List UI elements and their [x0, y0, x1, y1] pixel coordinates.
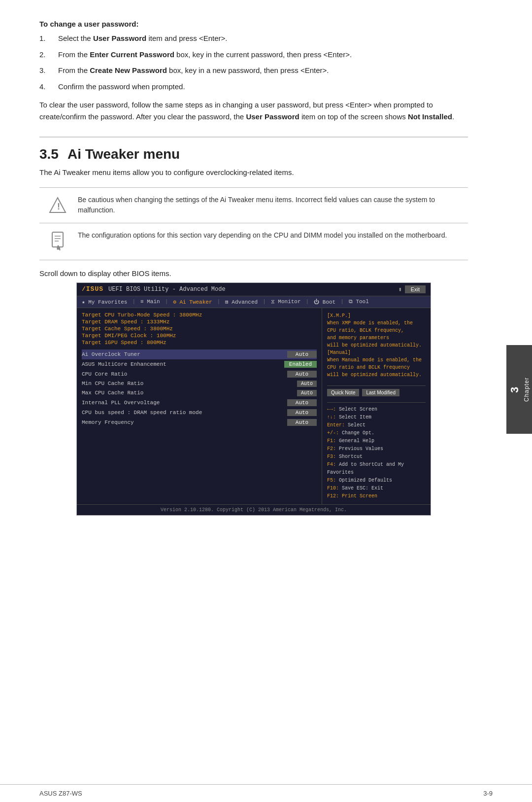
chapter-tab: 3 Chapter [506, 345, 532, 434]
step-4-num: 4. [39, 81, 58, 93]
password-change-heading: To change a user password: [39, 20, 468, 28]
bios-nav: ★ My Favorites | ≡ Main | ⚙ Ai Tweaker |… [77, 296, 431, 308]
nav-sep-5: | [306, 299, 309, 305]
password-steps-list: 1. Select the User Password item and pre… [39, 33, 468, 92]
clear-password-para: To clear the user password, follow the s… [39, 99, 468, 123]
max-cpu-cache-label: Max CPU Cache Ratio [82, 390, 143, 396]
note-notice-text: The configuration options for this secti… [78, 230, 447, 241]
ai-overclock-value: Auto [287, 351, 317, 358]
bios-body: Target CPU Turbo-Mode Speed : 3800MHz Ta… [77, 308, 431, 504]
nav-boot[interactable]: ⏻ Boot [312, 298, 337, 306]
bios-screenshot: /ISUS UEFI BIOS Utility - Advanced Mode … [76, 282, 431, 516]
nav-sep-2: | [165, 299, 168, 305]
bios-right-panel: [X.M.P.] When XMP mode is enabled, the C… [322, 308, 431, 504]
nav-monitor[interactable]: ⧖ Monitor [269, 298, 303, 305]
xmp-desc-4: will be optimized automatically. [327, 342, 426, 349]
nav-tool[interactable]: ⧉ Tool [347, 298, 371, 305]
note-notice: The configuration options for this secti… [39, 223, 468, 260]
menu-item-ai-overclock[interactable]: Ai Overclock Tuner Auto [82, 349, 317, 359]
bios-footer: Version 2.10.1280. Copyright (C) 2013 Am… [77, 504, 431, 515]
shortcut-f4: F4: Add to ShortCut and My Favorites [327, 461, 426, 477]
svg-text:!: ! [57, 202, 60, 211]
shortcut-updown: ↑↓: Select Item [327, 414, 426, 421]
section-divider [39, 137, 468, 138]
bios-target-rows: Target CPU Turbo-Mode Speed : 3800MHz Ta… [82, 312, 317, 346]
nav-sep-6: | [340, 299, 344, 305]
menu-item-bus-dram-ratio[interactable]: CPU bus speed : DRAM speed ratio mode Au… [82, 408, 317, 418]
nav-sep-3: | [217, 299, 221, 305]
bios-left-panel: Target CPU Turbo-Mode Speed : 3800MHz Ta… [77, 308, 322, 504]
bios-header: /ISUS UEFI BIOS Utility - Advanced Mode … [77, 283, 431, 296]
pll-overvoltage-label: Internal PLL Overvoltage [82, 400, 160, 406]
bios-right-info: [X.M.P.] When XMP mode is enabled, the C… [327, 312, 426, 379]
manual-label: [Manual] [327, 349, 426, 356]
nav-ai-tweaker[interactable]: ⚙ Ai Tweaker [171, 298, 214, 306]
target-row-1: Target CPU Turbo-Mode Speed : 3800MHz [82, 312, 317, 318]
min-cpu-cache-label: Min CPU Cache Ratio [82, 381, 143, 386]
menu-item-memory-freq[interactable]: Memory Frequency Auto [82, 418, 317, 427]
step-4: 4. Confirm the password when prompted. [39, 81, 468, 93]
menu-item-cpu-core-ratio[interactable]: CPU Core Ratio Auto [82, 369, 317, 379]
svg-rect-2 [52, 232, 63, 247]
step-3: 3. From the Create New Password box, key… [39, 65, 468, 76]
target-row-2: Target DRAM Speed : 1333MHz [82, 319, 317, 325]
bus-dram-ratio-label: CPU bus speed : DRAM speed ratio mode [82, 410, 202, 416]
bios-exit-button[interactable]: Exit [405, 285, 426, 293]
min-cpu-cache-value: Auto [297, 381, 317, 387]
xmp-desc-1: When XMP mode is enabled, the [327, 319, 426, 327]
bios-logo: /ISUS [82, 285, 103, 293]
bios-shortcuts: ←→: Select Screen ↑↓: Select Item Enter:… [327, 406, 426, 500]
note-icon [44, 231, 71, 253]
page-footer: ASUS Z87-WS 3-9 [0, 784, 532, 802]
step-3-num: 3. [39, 65, 58, 76]
section-intro: The Ai Tweaker menu items allow you to c… [39, 167, 468, 178]
menu-item-min-cpu-cache[interactable]: Min CPU Cache Ratio Auto [82, 379, 317, 388]
section-number: 3.5 [39, 146, 59, 162]
right-divider [327, 385, 426, 386]
shortcut-f12: F12: Print Screen [327, 492, 426, 500]
quick-note-row: Quick Note Last Modified [327, 389, 426, 396]
step-1: 1. Select the User Password item and pre… [39, 33, 468, 44]
xmp-label: [X.M.P.] [327, 312, 426, 319]
chapter-label: Chapter [523, 377, 530, 402]
bios-menu-items: Ai Overclock Tuner Auto ASUS MultiCore E… [82, 349, 317, 427]
shortcut-enter: Enter: Select [327, 421, 426, 429]
section-title: Ai Tweaker menu [67, 146, 180, 162]
warning-notice: ! Be cautious when changing the settings… [39, 187, 468, 223]
nav-main[interactable]: ≡ Main [138, 298, 162, 305]
shortcut-plusminus: +/-: Change Opt. [327, 429, 426, 437]
target-row-3: Target Cache Speed : 3800MHz [82, 326, 317, 332]
menu-item-pll-overvoltage[interactable]: Internal PLL Overvoltage Auto [82, 398, 317, 408]
xmp-desc-3: and memory parameters [327, 334, 426, 342]
max-cpu-cache-value: Auto [297, 390, 317, 396]
nav-sep-4: | [263, 299, 266, 305]
footer-left: ASUS Z87-WS [39, 790, 82, 797]
nav-advanced[interactable]: ⊞ Advanced [223, 298, 260, 306]
nav-favorites[interactable]: ★ My Favorites [80, 298, 129, 306]
bus-dram-ratio-value: Auto [287, 409, 317, 416]
shortcut-f10: F10: Save ESC: Exit [327, 485, 426, 492]
last-modified-button[interactable]: Last Modified [362, 389, 399, 396]
shortcut-f5: F5: Optimized Defaults [327, 477, 426, 485]
target-row-4: Target DMI/PEG Clock : 100MHz [82, 333, 317, 339]
ai-overclock-label: Ai Overclock Tuner [82, 351, 140, 357]
chapter-number: 3 [508, 386, 521, 392]
nav-sep-1: | [132, 299, 135, 305]
shortcut-f3: F3: Shortcut [327, 453, 426, 461]
step-3-content: From the Create New Password box, key in… [58, 65, 468, 76]
xmp-desc-2: CPU ratio, BCLK frequency, [327, 327, 426, 334]
section-title-row: 3.5 Ai Tweaker menu [39, 146, 468, 162]
cpu-core-ratio-value: Auto [287, 371, 317, 378]
scroll-note: Scroll down to display other BIOS items. [39, 269, 468, 278]
menu-item-max-cpu-cache[interactable]: Max CPU Cache Ratio Auto [82, 388, 317, 398]
warning-notice-text: Be cautious when changing the settings o… [78, 195, 463, 216]
menu-item-multicore[interactable]: ASUS MultiCore Enhancement Enabled [82, 359, 317, 369]
footer-right: 3-9 [483, 790, 493, 797]
bios-title: UEFI BIOS Utility - Advanced Mode [108, 286, 226, 293]
manual-desc-3: will be optimized automatically. [327, 371, 426, 379]
right-divider-2 [327, 402, 426, 403]
step-1-num: 1. [39, 33, 58, 44]
warning-icon: ! [44, 196, 71, 214]
quick-note-button[interactable]: Quick Note [327, 389, 359, 396]
step-1-content: Select the User Password item and press … [58, 33, 468, 44]
